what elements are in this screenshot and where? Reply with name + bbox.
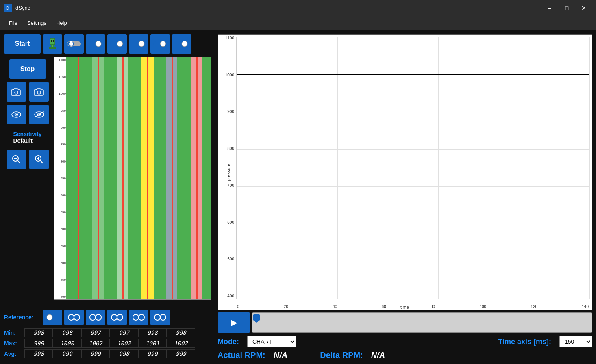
avg-val-5: 999: [138, 349, 167, 358]
minimize-button[interactable]: −: [542, 2, 558, 14]
svg-point-56: [160, 314, 166, 320]
maximize-button[interactable]: □: [559, 2, 575, 14]
svg-point-47: [68, 314, 74, 320]
gridline-v-2: [337, 37, 338, 299]
gridline-v-1: [287, 37, 287, 299]
eye-row: [7, 105, 49, 124]
toggle-btn-3[interactable]: [107, 34, 127, 54]
gridline-v-0: [237, 37, 237, 299]
zoom-row: [7, 150, 49, 169]
svg-point-29: [37, 91, 41, 94]
max-val-2: 1000: [53, 339, 81, 348]
camera-left-button[interactable]: [7, 82, 26, 102]
ref-toggle-3[interactable]: [86, 310, 105, 325]
close-button[interactable]: ✕: [576, 2, 592, 14]
left-chart-x-axis: [54, 300, 211, 306]
menu-settings[interactable]: Settings: [22, 18, 51, 28]
ref-toggle-1[interactable]: [43, 310, 62, 325]
toggle-btn-1[interactable]: [64, 34, 84, 54]
playback-row: ▶: [218, 312, 592, 333]
menu-bar: File Settings Help: [0, 16, 596, 30]
timeline-bar[interactable]: [252, 312, 592, 333]
left-panel: Start: [0, 30, 215, 364]
avg-val-6: 999: [167, 349, 195, 358]
toggle-btn-5[interactable]: [150, 34, 170, 54]
stop-button[interactable]: Stop: [9, 59, 46, 79]
gridline-h-7: [237, 299, 589, 299]
avg-val-4: 998: [110, 349, 138, 358]
actual-rpm-value: N/A: [274, 351, 287, 360]
toolbar-row: Start: [4, 34, 211, 54]
gridline-h-6: [237, 262, 589, 262]
zoom-out-button[interactable]: [7, 150, 26, 169]
max-label: Max:: [4, 340, 24, 347]
title-bar: D dSync − □ ✕: [0, 0, 596, 16]
svg-point-51: [111, 314, 117, 320]
vbar-9: [172, 57, 173, 299]
min-val-2: 998: [53, 328, 81, 337]
menu-file[interactable]: File: [4, 18, 22, 28]
toggle-btn-4[interactable]: [129, 34, 148, 54]
svg-rect-4: [49, 47, 56, 49]
left-chart: 1100 1050 1000 950 900 850 800 750 700 6…: [54, 57, 211, 300]
time-axis-label: Time axis [ms]:: [498, 338, 551, 346]
right-chart-plot: pressure 1100 1000 900 800 700 600 500 4…: [218, 35, 592, 310]
delta-rpm-value: N/A: [371, 351, 385, 360]
max-row: Max: 999 1000 1002 1002 1001 1002: [4, 339, 211, 348]
zoom-in-button[interactable]: [29, 150, 49, 169]
svg-point-49: [90, 314, 96, 320]
mode-select[interactable]: CHART SCOPE TABLE: [247, 336, 296, 347]
vbar-3: [98, 57, 99, 299]
avg-val-2: 999: [53, 349, 81, 358]
gridline-v-6: [539, 37, 539, 299]
min-label: Min:: [4, 329, 24, 336]
ref-toggle-5[interactable]: [129, 310, 148, 325]
play-button[interactable]: ▶: [218, 312, 250, 333]
svg-rect-8: [53, 41, 54, 42]
svg-point-18: [118, 42, 122, 46]
gridline-h-0: [237, 37, 589, 37]
svg-point-28: [15, 91, 18, 94]
camera-row: [7, 82, 49, 102]
right-panel: pressure 1100 1000 900 800 700 600 500 4…: [215, 30, 596, 364]
svg-point-52: [117, 314, 123, 320]
svg-line-39: [17, 160, 20, 163]
camera-right-button[interactable]: [29, 82, 49, 102]
start-button[interactable]: Start: [4, 34, 41, 54]
eye-right-button[interactable]: [29, 105, 49, 124]
svg-point-15: [96, 42, 100, 46]
toggle-btn-2[interactable]: [86, 34, 105, 54]
vbar-1-red: [78, 57, 79, 299]
right-chart-y-axis: 1100 1000 900 800 700 600 500 400: [218, 35, 236, 299]
eye-left-button[interactable]: [7, 105, 26, 124]
max-val-5: 1001: [138, 339, 167, 348]
ref-toggle-2[interactable]: [64, 310, 84, 325]
time-axis-select[interactable]: 50 100 150 200 500: [559, 336, 592, 347]
svg-point-27: [183, 42, 187, 46]
mode-label: Mode:: [218, 338, 239, 346]
svg-point-24: [161, 42, 165, 46]
svg-point-55: [154, 314, 160, 320]
svg-point-48: [74, 314, 80, 320]
connector-icon[interactable]: [43, 34, 62, 54]
reference-label: Reference:: [4, 314, 41, 321]
right-chart-x-axis: 0 20 40 60 80 100 120 140: [236, 304, 589, 309]
timeline-thumb[interactable]: [253, 314, 260, 323]
svg-point-46: [48, 315, 52, 319]
vbar-5: [122, 57, 124, 299]
ref-toggle-4[interactable]: [107, 310, 127, 325]
menu-help[interactable]: Help: [51, 18, 72, 28]
svg-text:D: D: [6, 6, 9, 11]
data-line-1000: [237, 74, 589, 75]
left-chart-y-axis: 1100 1050 1000 950 900 850 800 750 700 6…: [54, 57, 66, 299]
sensitivity-section: Sensitivity Default: [13, 131, 41, 144]
toggle-btn-6[interactable]: [172, 34, 191, 54]
gridline-v-3: [388, 37, 388, 299]
avg-val-1: 998: [24, 349, 53, 358]
gridline-h-3: [237, 149, 589, 150]
avg-val-3: 999: [81, 349, 110, 358]
ref-toggle-6[interactable]: [150, 310, 170, 325]
stats-section: Min: 998 998 997 997 998 998 Max: 999 10…: [4, 328, 211, 360]
min-val-3: 997: [81, 328, 110, 337]
right-chart: pressure 1100 1000 900 800 700 600 500 4…: [218, 34, 592, 310]
